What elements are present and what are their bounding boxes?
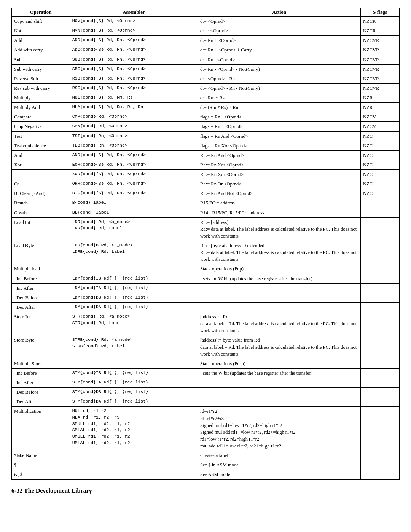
- cell-action: d:= <Oprnd> - Rn: [198, 74, 361, 83]
- cell-assembler: LDR{cond} Rd, <a_mode> LDR{cond} Rd, Lab…: [70, 217, 198, 241]
- cell-assembler: LDM{cond}IA Rd{!}, {reg list}: [70, 283, 198, 293]
- table-row: CompareCMP{cond} Rd, <Oprnd>flags:= Rn -…: [12, 112, 400, 122]
- cell-assembler: STM{cond}DA Rd{!}, {reg list}: [70, 397, 198, 407]
- cell-flags: NZCVR: [361, 55, 400, 64]
- cell-flags: NZR: [361, 93, 400, 103]
- cell-operation: Test equivalence: [12, 141, 70, 150]
- cell-assembler: B{cond} label: [70, 198, 198, 208]
- cell-assembler: STR{cond} Rd, <a_mode> STR{cond} Rd, Lab…: [70, 312, 198, 335]
- cell-operation: Gosub: [12, 208, 70, 217]
- cell-flags: NZC: [361, 170, 400, 179]
- cell-operation: Test: [12, 131, 70, 141]
- table-row: Multiply AddMLA{cond}{S} Rd, Rm, Rs, Rnd…: [12, 103, 400, 112]
- cell-action: d:= (Rm * Rs) + Rn: [198, 103, 361, 112]
- cell-operation: Dec After: [12, 397, 70, 407]
- cell-operation: [12, 170, 70, 179]
- cell-action: R15/PC:= address: [198, 198, 361, 208]
- cell-assembler: SBC{cond}{S} Rd, Rn, <Oprnd>: [70, 64, 198, 74]
- cell-flags: NZCV: [361, 112, 400, 122]
- cell-assembler: LDM{cond}DB Rd{!}, {reg list}: [70, 293, 198, 302]
- cell-operation: Inc After: [12, 283, 70, 293]
- cell-assembler: ORR{cond}{S} Rd, Rn, <Oprnd>: [70, 179, 198, 189]
- cell-flags: [361, 283, 400, 293]
- table-row: MultiplyMUL{cond}{S} Rd, Rm, Rsd:= Rm * …: [12, 93, 400, 103]
- cell-operation: Multiply Add: [12, 103, 70, 112]
- cell-flags: [361, 274, 400, 283]
- cell-assembler: MUL{cond}{S} Rd, Rm, Rs: [70, 93, 198, 103]
- cell-action: [address]:= Rd data at label:= Rd. The l…: [198, 312, 361, 335]
- cell-action: Rd:= Rn And <Oprnd>: [198, 150, 361, 160]
- cell-action: Stack operations (Push): [198, 359, 361, 368]
- cell-flags: [361, 397, 400, 407]
- cell-flags: [361, 460, 400, 470]
- cell-action: [address]:= byte value from Rd data at l…: [198, 335, 361, 359]
- cell-operation: And: [12, 150, 70, 160]
- cell-action: [198, 302, 361, 312]
- cell-assembler: BL{cond} label: [70, 208, 198, 217]
- cell-action: Rd:= Rn Or <Oprnd>: [198, 179, 361, 189]
- cell-assembler: STRB{cond} Rd, <a_mode> STRB{cond} Rd, L…: [70, 335, 198, 359]
- cell-operation: Rev sub with carry: [12, 83, 70, 93]
- table-row: Store IntSTR{cond} Rd, <a_mode> STR{cond…: [12, 312, 400, 335]
- cell-assembler: [70, 264, 198, 274]
- cell-assembler: LDM{cond}IB Rd{!}, {reg list}: [70, 274, 198, 283]
- page-footer: 6-32 The Development Library: [11, 487, 400, 494]
- table-row: Multiple StoreStack operations (Push): [12, 359, 400, 368]
- cell-flags: NZCVR: [361, 45, 400, 55]
- table-row: Dec AfterLDM{cond}DA Rd{!}, {reg list}: [12, 302, 400, 312]
- cell-operation: Dec After: [12, 302, 70, 312]
- cell-action: Stack operations (Pop): [198, 264, 361, 274]
- table-row: GosubBL{cond} labelR14:=R15/PC, R15/PC:=…: [12, 208, 400, 217]
- cell-operation: Add with carry: [12, 45, 70, 55]
- table-row: AndAND{cond}{S} Rd, Rn, <Oprnd>Rd:= Rn A…: [12, 150, 400, 160]
- cell-operation: Inc Before: [12, 274, 70, 283]
- cell-assembler: MLA{cond}{S} Rd, Rm, Rs, Rn: [70, 103, 198, 112]
- cell-assembler: STM{cond}DB Rd{!}, {reg list}: [70, 388, 198, 397]
- cell-action: ! sets the W bit (updates the base regis…: [198, 368, 361, 378]
- cell-assembler: [70, 460, 198, 470]
- cell-operation: Load Int: [12, 217, 70, 241]
- cell-operation: Sub with carry: [12, 64, 70, 74]
- cell-assembler: LDM{cond}DA Rd{!}, {reg list}: [70, 302, 198, 312]
- cell-action: ! sets the W bit (updates the base regis…: [198, 274, 361, 283]
- cell-action: Rd:= Rn Xor <Oprnd>: [198, 170, 361, 179]
- table-row: Rev sub with carryRSC{cond}{S} Rd, Rn, <…: [12, 83, 400, 93]
- cell-flags: NZCVR: [361, 83, 400, 93]
- cell-flags: [361, 208, 400, 217]
- cell-flags: NZC: [361, 160, 400, 169]
- cell-action: d:= <Oprnd>: [198, 17, 361, 26]
- cell-operation: Load Byte: [12, 241, 70, 264]
- cell-operation: Copy and shift: [12, 17, 70, 26]
- cell-flags: NZC: [361, 150, 400, 160]
- cell-operation: Xor: [12, 160, 70, 169]
- cell-operation: Dec Before: [12, 388, 70, 397]
- cell-operation: Branch: [12, 198, 70, 208]
- cell-action: rd=r1*r2 rd=r1*r2+r3 Signed mul rd1=low …: [198, 407, 361, 451]
- cell-assembler: ADC{cond}{S} Rd, Rn, <Oprnd>: [70, 45, 198, 55]
- cell-assembler: MOV{cond}{S} Rd, <Oprnd>: [70, 17, 198, 26]
- cell-assembler: RSB{cond}{S} Rd, Rn, <Oprnd>: [70, 74, 198, 83]
- cell-operation: Cmp Negative: [12, 122, 70, 131]
- cell-operation: Store Int: [12, 312, 70, 335]
- cell-operation: Not: [12, 26, 70, 36]
- cell-assembler: [70, 470, 198, 479]
- instruction-table: Operation Assembler Action S flags Copy …: [11, 8, 400, 480]
- table-row: BranchB{cond} labelR15/PC:= address: [12, 198, 400, 208]
- cell-assembler: BIC{cond}{S} Rd, Rn, <Oprnd>: [70, 189, 198, 198]
- cell-flags: [361, 470, 400, 479]
- table-row: XOR{cond}{S} Rd, Rn, <Oprnd>Rd:= Rn Xor …: [12, 170, 400, 179]
- table-row: Dec BeforeLDM{cond}DB Rd{!}, {reg list}: [12, 293, 400, 302]
- cell-operation: Multiple load: [12, 264, 70, 274]
- cell-assembler: SUB{cond}{S} Rd, Rn, <Oprnd>: [70, 55, 198, 64]
- cell-action: See $ in ASM mode: [198, 460, 361, 470]
- cell-action: d:= Rn - <Oprnd>: [198, 55, 361, 64]
- table-row: Inc BeforeLDM{cond}IB Rd{!}, {reg list}!…: [12, 274, 400, 283]
- cell-action: Rd:= [address] Rd:= data at label. The l…: [198, 217, 361, 241]
- cell-action: d:= Rn - <Oprnd> - Not(Carry): [198, 64, 361, 74]
- cell-flags: [361, 407, 400, 451]
- cell-flags: NZCR: [361, 17, 400, 26]
- cell-flags: [361, 359, 400, 368]
- cell-flags: [361, 368, 400, 378]
- table-row: Cmp NegativeCMN{cond} Rd, <Oprnd>flags:=…: [12, 122, 400, 131]
- table-row: Add with carryADC{cond}{S} Rd, Rn, <Oprn…: [12, 45, 400, 55]
